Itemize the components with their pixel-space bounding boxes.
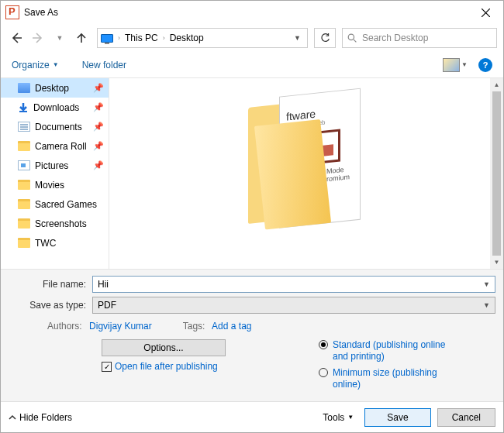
pictures-icon [18,160,30,170]
sidebar-item-twc[interactable]: TWC [1,233,109,253]
refresh-icon [320,33,330,43]
powerpoint-icon [5,5,19,19]
sidebar-item-screenshots[interactable]: Screenshots [1,214,109,233]
folder-icon [18,141,30,151]
window-title: Save As [24,7,468,18]
tools-button[interactable]: Tools ▼ [318,408,358,427]
open-after-checkbox[interactable]: ✓ Open file after publishing [102,361,226,372]
content-pane[interactable]: ftware le on this Web re-In-Picture Mode… [109,78,503,269]
forward-button [29,29,47,47]
up-button[interactable] [72,29,91,47]
new-folder-button[interactable]: New folder [82,60,126,70]
sidebar-item-label: Camera Roll [35,141,87,152]
checkbox-icon: ✓ [102,362,112,372]
folder-icon [18,199,30,209]
pin-icon: 📌 [93,83,104,93]
address-bar[interactable]: › This PC › Desktop ▼ [97,28,308,48]
sidebar-item-label: Documents [35,122,82,132]
chevron-right-icon: › [163,34,165,42]
tags-value: Add a tag [212,321,251,332]
help-button[interactable]: ? [478,58,492,72]
back-button[interactable] [7,29,26,47]
radio-icon [319,368,328,377]
arrow-left-icon [10,32,22,44]
authors-label: Authors: [47,321,82,332]
search-input[interactable]: Search Desktop [342,28,497,48]
sidebar-item-camera-roll[interactable]: Camera Roll 📌 [1,136,109,156]
radio-minimum[interactable]: Minimum size (publishing online) [319,367,450,390]
address-dropdown[interactable]: ▼ [291,34,304,42]
view-icon [443,58,460,72]
scroll-down-icon[interactable]: ▼ [490,256,503,269]
organize-button[interactable]: Organize ▼ [12,60,59,70]
sidebar-item-label: Downloads [33,102,79,113]
tags-label: Tags: [183,321,205,332]
pin-icon: 📌 [93,160,104,170]
authors-field[interactable]: Authors: Digvijay Kumar [47,321,152,332]
sidebar-item-label: Sacred Games [35,199,97,210]
svg-point-0 [348,34,354,40]
arrow-up-icon [76,33,87,43]
folder-icon [18,180,30,190]
chevron-down-icon: ▼ [461,61,468,68]
search-placeholder: Search Desktop [362,33,428,43]
sidebar-item-desktop[interactable]: Desktop 📌 [1,78,109,98]
filename-input[interactable]: Hii ▼ [92,276,495,293]
sidebar-item-label: TWC [35,238,56,249]
pin-icon: 📌 [93,122,104,132]
arrow-right-icon [32,32,44,44]
sidebar-item-pictures[interactable]: Pictures 📌 [1,156,109,175]
chevron-down-icon[interactable]: ▼ [483,280,490,288]
radio-icon [319,340,328,349]
navigation-row: ▼ › This PC › Desktop ▼ Search Desktop [1,24,503,52]
hide-folders-button[interactable]: Hide Folders [9,412,72,423]
save-as-dialog: Save As ▼ › This PC › Desktop ▼ Search [0,0,504,433]
sidebar: Desktop 📌 Downloads 📌 Documents 📌 Camera… [1,78,109,269]
form-area: File name: Hii ▼ Save as type: PDF ▼ Aut… [1,269,503,401]
sidebar-item-label: Desktop [35,83,69,94]
savetype-label: Save as type: [9,300,92,311]
scroll-thumb[interactable] [492,91,501,256]
sidebar-item-movies[interactable]: Movies [1,175,109,194]
refresh-button[interactable] [314,28,336,48]
chevron-down-icon: ▼ [53,61,59,68]
view-mode-button[interactable]: ▼ [443,58,468,72]
sidebar-item-documents[interactable]: Documents 📌 [1,117,109,136]
folder-icon [18,218,30,229]
cancel-button[interactable]: Cancel [437,408,495,427]
chevron-down-icon[interactable]: ▼ [483,301,490,309]
this-pc-icon [101,34,113,43]
chevron-up-icon [9,414,16,421]
radio-standard[interactable]: Standard (publishing online and printing… [319,339,450,363]
desktop-icon [18,83,30,93]
download-icon [18,102,29,113]
toolbar: Organize ▼ New folder ▼ ? [1,52,503,78]
content-scrollbar[interactable]: ▲ ▼ [490,78,503,269]
breadcrumb-root[interactable]: This PC [125,33,158,43]
tags-field[interactable]: Tags: Add a tag [183,321,252,332]
chevron-down-icon: ▼ [347,414,354,421]
titlebar: Save As [1,1,503,24]
sidebar-item-label: Pictures [35,160,68,171]
savetype-select[interactable]: PDF ▼ [92,297,495,314]
options-button[interactable]: Options... [102,339,226,356]
folder-icon [18,238,30,248]
search-icon [347,33,357,43]
sidebar-item-label: Screenshots [35,218,87,229]
close-button[interactable] [468,1,503,24]
sidebar-item-downloads[interactable]: Downloads 📌 [1,98,109,117]
scroll-up-icon[interactable]: ▲ [490,78,503,91]
folder-thumbnail[interactable]: ftware le on this Web re-In-Picture Mode… [248,88,364,235]
document-icon [18,122,30,132]
body: Desktop 📌 Downloads 📌 Documents 📌 Camera… [1,78,503,269]
breadcrumb-leaf[interactable]: Desktop [170,33,204,43]
pin-icon: 📌 [93,141,104,151]
sidebar-item-label: Movies [35,180,64,191]
sidebar-item-sacred-games[interactable]: Sacred Games [1,194,109,214]
close-icon [482,9,490,17]
chevron-right-icon: › [118,34,120,42]
recent-dropdown[interactable]: ▼ [50,29,69,47]
footer: Hide Folders Tools ▼ Save Cancel [1,401,503,432]
save-button[interactable]: Save [364,408,430,427]
pin-icon: 📌 [93,102,104,112]
